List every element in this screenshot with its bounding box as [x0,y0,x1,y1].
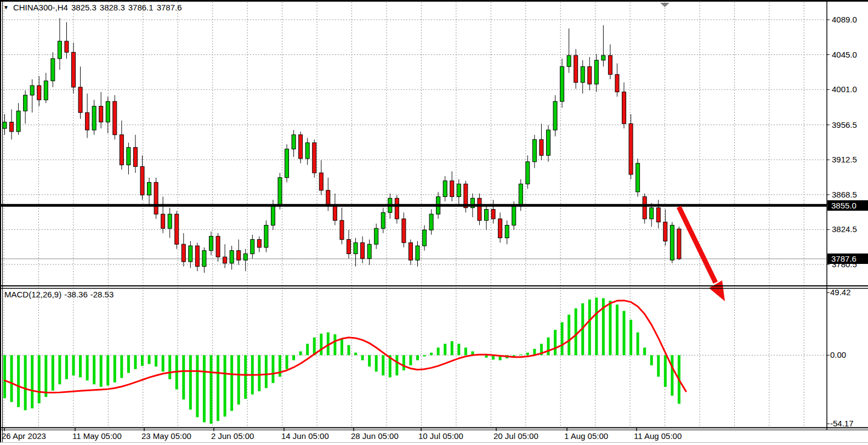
ohlc-close: 3787.6 [157,3,182,12]
candle-body [512,206,516,226]
candle-body [347,239,351,254]
time-axis-label[interactable]: 23 May 05:00 [141,431,191,441]
candle-body [161,214,165,228]
candle-body [92,106,96,130]
time-axis-label[interactable]: 11 Aug 05:00 [634,431,682,441]
candle-body [51,59,55,81]
candle-body [553,102,557,130]
candle-body [106,102,110,122]
down-arrow-head[interactable] [709,280,725,301]
price-axis-label[interactable]: 4089.0 [832,15,857,25]
candle-body [546,130,550,155]
candle-body [485,210,489,221]
time-axis-label[interactable]: 11 May 05:00 [72,431,122,441]
candle-body [567,55,571,66]
time-axis-label[interactable]: 14 Jun 05:00 [281,431,329,441]
candle-body [574,55,578,82]
chart-canvas[interactable] [0,0,868,445]
window-left-inner-border [2,2,3,443]
candle-body [195,246,199,267]
candle-body [395,198,399,219]
time-axis-label[interactable]: 10 Jul 05:00 [418,431,463,441]
candle-body [670,225,674,260]
price-axis-label[interactable]: 3912.5 [832,155,857,165]
candle-body [588,66,592,84]
ohlc-low: 3786.1 [128,3,154,12]
candle-body [532,139,536,161]
time-axis-label[interactable]: 1 Aug 05:00 [564,431,608,441]
time-axis-label[interactable]: 28 Jun 05:00 [351,431,399,441]
price-axis-label[interactable]: 3956.5 [832,120,857,130]
candle-body [140,166,144,195]
candle-body [285,149,289,178]
chart-shift-marker-icon[interactable] [660,3,670,7]
candle-body [313,143,316,173]
macd-axis-label[interactable]: -54.17 [830,419,854,429]
candle-body [147,182,151,195]
candle-body [3,122,7,128]
candle-body [340,221,344,240]
symbol-timeframe-label: CHINA300-,H4 [13,3,68,12]
price-axis-label[interactable]: 4045.0 [832,50,857,60]
candle-body [237,251,241,260]
candle-body [120,135,123,165]
candle-body [24,95,27,111]
candle-body [181,244,185,262]
candle-body [202,251,206,267]
candle-body [271,205,275,226]
candle-body [264,225,268,247]
price-axis-label[interactable]: 3824.5 [832,224,857,234]
candle-body [319,173,323,190]
candle-body [326,190,330,206]
macd-axis-label[interactable]: 49.42 [830,288,851,297]
chart-header: ▼ CHINA300-,H4 3825.3 3828.3 3786.1 3787… [3,3,182,12]
candle-body [99,106,103,122]
candle-body [450,181,454,196]
price-axis-label[interactable]: 4001.0 [832,85,857,94]
candle-body [402,219,406,243]
symbol-dropdown-icon[interactable]: ▼ [3,4,9,10]
candle-body [643,196,646,218]
candle-body [251,239,254,254]
time-axis-label[interactable]: 26 Apr 2023 [2,431,46,441]
candle-body [677,229,681,259]
candle-body [216,236,220,257]
candle-body [305,143,309,159]
time-axis-label[interactable]: 20 Jul 05:00 [493,431,538,441]
candle-body [292,135,296,149]
candle-body [168,214,172,228]
candle-body [498,219,502,238]
time-axis-label[interactable]: 2 Jun 05:00 [211,431,254,441]
price-axis-label[interactable]: 3868.5 [832,190,857,200]
candle-body [615,75,619,92]
candle-body [278,178,282,205]
candle-body [86,112,89,130]
candle-body [478,198,481,220]
ohlc-high: 3828.3 [100,3,125,12]
candle-body [443,181,447,196]
hline-price-label[interactable]: 3855.0 [827,200,868,211]
candle-body [72,52,76,87]
candle-body [650,208,654,219]
candle-body [127,148,131,165]
candle-body [16,111,20,132]
candle-body [608,55,612,75]
macd-signal-value: -28.53 [90,290,114,299]
candle-body [622,92,626,124]
candle-body [540,139,543,155]
macd-axis-label[interactable]: 0.00 [830,350,846,360]
candle-body [333,206,337,221]
macd-name: MACD(12,26,9) [4,290,61,299]
candle-body [381,212,385,228]
candle-body [133,148,137,167]
candle-body [44,81,48,100]
candle-body [367,244,371,258]
candle-body [560,66,564,102]
candle-body [65,41,69,52]
candle-body [299,135,303,159]
candle-body [409,243,412,260]
window-left-border [0,0,1,443]
down-arrow-shaft[interactable] [679,207,716,283]
candle-body [223,257,227,263]
candle-body [457,184,461,196]
